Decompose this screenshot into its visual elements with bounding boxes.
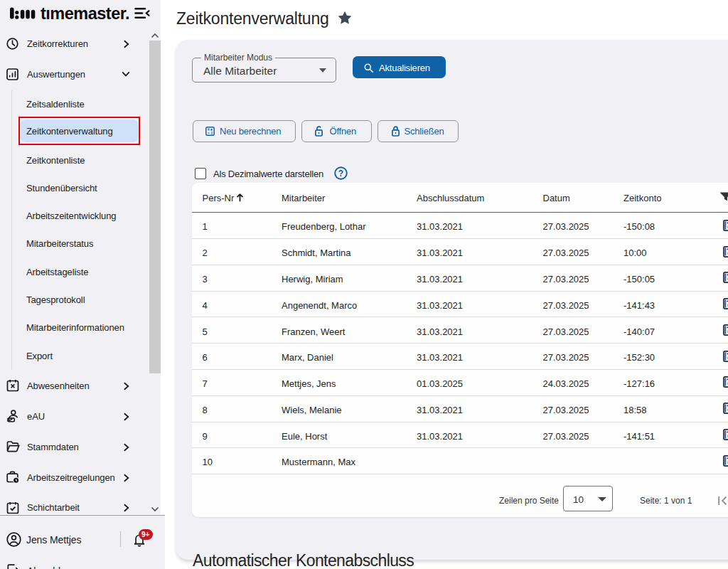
- svg-text:?: ?: [338, 169, 343, 179]
- svg-text:tımemaster.: tımemaster.: [41, 6, 129, 22]
